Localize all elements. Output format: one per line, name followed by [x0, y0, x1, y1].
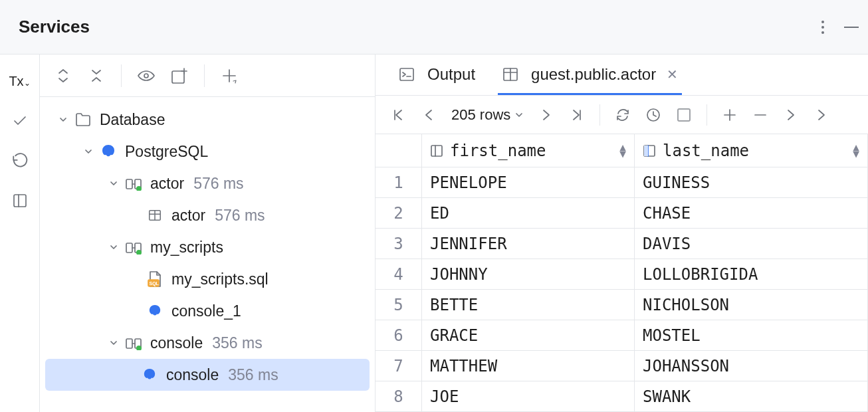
- tree-node-myscripts-session[interactable]: my_scripts: [40, 231, 375, 263]
- services-tree[interactable]: Database PostgreSQL actor 576 ms: [40, 97, 375, 412]
- sql-file-icon: SQL: [146, 270, 163, 288]
- expand-all-button[interactable]: [51, 63, 76, 88]
- svg-rect-12: [126, 339, 132, 348]
- next2-button[interactable]: [810, 103, 833, 127]
- new-session-button[interactable]: [167, 63, 192, 88]
- tree-node-console-session[interactable]: console 356 ms: [40, 327, 375, 359]
- svg-text:SQL: SQL: [150, 281, 160, 286]
- grid-cell[interactable]: MOSTEL: [635, 320, 867, 351]
- tree-meta: 356 ms: [212, 334, 262, 352]
- grid-cell[interactable]: NICHOLSON: [635, 290, 867, 320]
- last-page-button[interactable]: [565, 103, 589, 127]
- minimize-button[interactable]: [844, 27, 859, 28]
- tree-node-actor-table[interactable]: actor 576 ms: [40, 199, 375, 231]
- tree-node-database[interactable]: Database: [40, 104, 375, 136]
- tree-node-sql-file[interactable]: SQL my_scripts.sql: [40, 263, 375, 295]
- tree-label: PostgreSQL: [125, 143, 208, 161]
- close-tab-button[interactable]: ✕: [667, 66, 678, 82]
- tab-label: guest.public.actor: [531, 65, 656, 84]
- row-number: 1: [376, 167, 421, 198]
- svg-rect-0: [14, 195, 26, 207]
- tree-node-postgresql[interactable]: PostgreSQL: [40, 136, 375, 167]
- remove-row-button[interactable]: [748, 103, 772, 127]
- row-number: 3: [376, 229, 421, 259]
- tab-output[interactable]: Output: [394, 56, 479, 95]
- row-number: 7: [376, 351, 421, 381]
- table-icon: [502, 66, 519, 83]
- tree-node-console1[interactable]: console_1: [40, 295, 375, 327]
- rollback-button[interactable]: [9, 150, 31, 171]
- chevron-down-icon[interactable]: [56, 112, 70, 127]
- session-icon: [125, 175, 142, 192]
- console-output-icon: [398, 66, 415, 83]
- more-options-icon[interactable]: [819, 18, 827, 37]
- column-name: last_name: [663, 142, 749, 160]
- row-number: 4: [376, 259, 421, 290]
- collapse-all-button[interactable]: [84, 63, 109, 88]
- history-button[interactable]: [641, 103, 665, 127]
- grid-cell[interactable]: JOHNNY: [422, 259, 634, 290]
- first-page-button[interactable]: [386, 103, 410, 127]
- grid-cell[interactable]: MATTHEW: [422, 351, 634, 381]
- tree-meta: 576 ms: [215, 207, 265, 225]
- transaction-mode-button[interactable]: Tx⌄: [9, 70, 31, 92]
- stop-button[interactable]: [672, 103, 696, 127]
- postgresql-icon: [100, 143, 117, 160]
- chevron-down-icon[interactable]: [106, 176, 121, 191]
- next-button[interactable]: [779, 103, 803, 127]
- commit-button[interactable]: [9, 110, 31, 132]
- grid-cell[interactable]: BETTE: [422, 290, 634, 320]
- column-key-icon: [643, 144, 656, 157]
- view-mode-button[interactable]: [134, 63, 159, 88]
- folder-icon: [74, 111, 92, 128]
- svg-rect-2: [172, 71, 184, 83]
- grid-cell[interactable]: JENNIFER: [422, 229, 634, 259]
- grid-cell[interactable]: ED: [422, 198, 634, 229]
- data-grid[interactable]: 1 2 3 4 5 6 7 8 first_name: [376, 134, 868, 412]
- tree-label: console: [166, 366, 219, 384]
- grid-cell[interactable]: CHASE: [635, 198, 867, 229]
- chevron-down-icon[interactable]: [81, 144, 96, 159]
- chevron-down-icon[interactable]: [106, 336, 121, 350]
- grid-cell[interactable]: JOE: [422, 381, 634, 412]
- row-number: 5: [376, 290, 421, 320]
- tree-meta: 576 ms: [193, 175, 243, 193]
- panel-title: Services: [19, 17, 90, 37]
- add-row-button[interactable]: [718, 103, 742, 127]
- sort-icon[interactable]: ▲▼: [853, 145, 859, 157]
- tree-label: Database: [100, 111, 165, 129]
- tab-actor-table[interactable]: guest.public.actor ✕: [498, 56, 682, 95]
- column-header-first-name[interactable]: first_name ▲▼: [422, 134, 634, 167]
- prev-page-button[interactable]: [417, 103, 441, 127]
- row-count-dropdown[interactable]: 205 rows: [447, 106, 528, 124]
- svg-rect-15: [400, 68, 413, 80]
- grid-cell[interactable]: SWANK: [635, 381, 867, 412]
- gutter-header: [376, 134, 421, 167]
- grid-cell[interactable]: GUINESS: [635, 167, 867, 198]
- svg-rect-20: [644, 146, 648, 156]
- column-header-last-name[interactable]: last_name ▲▼: [635, 134, 867, 167]
- tree-label: actor: [150, 175, 184, 193]
- svg-rect-3: [126, 179, 132, 189]
- grid-cell[interactable]: JOHANSSON: [635, 351, 867, 381]
- svg-rect-7: [126, 243, 132, 253]
- postgresql-icon: [141, 366, 158, 383]
- grid-cell[interactable]: LOLLOBRIGIDA: [635, 259, 867, 290]
- row-number: 6: [376, 320, 421, 351]
- tree-label: console: [150, 334, 203, 352]
- tree-node-console[interactable]: console 356 ms: [45, 359, 370, 391]
- tree-node-actor-session[interactable]: actor 576 ms: [40, 167, 375, 199]
- next-page-button[interactable]: [534, 103, 558, 127]
- layout-settings-button[interactable]: [9, 190, 31, 211]
- grid-cell[interactable]: GRACE: [422, 320, 634, 351]
- grid-cell[interactable]: DAVIS: [635, 229, 867, 259]
- chevron-down-icon[interactable]: [106, 240, 121, 255]
- reload-button[interactable]: [611, 103, 635, 127]
- tree-label: my_scripts.sql: [171, 270, 269, 288]
- sort-icon[interactable]: ▲▼: [619, 145, 626, 157]
- add-button[interactable]: [217, 63, 242, 88]
- column-icon: [430, 144, 443, 157]
- grid-cell[interactable]: PENELOPE: [422, 167, 634, 198]
- tree-meta: 356 ms: [228, 366, 278, 384]
- tree-label: console_1: [171, 302, 241, 320]
